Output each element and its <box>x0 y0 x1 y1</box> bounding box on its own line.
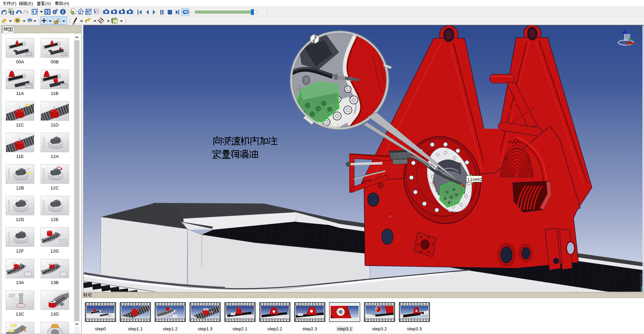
svg-text:BOM: BOM <box>86 8 92 11</box>
svg-text:Line02: Line02 <box>468 177 482 182</box>
